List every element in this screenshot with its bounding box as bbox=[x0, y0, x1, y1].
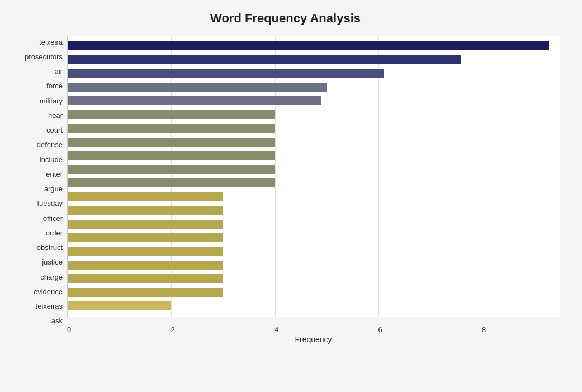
bar-row-force bbox=[68, 82, 560, 93]
bar-row-argue bbox=[68, 177, 560, 188]
bar-row-air bbox=[68, 68, 560, 79]
y-label-tuesday: tuesday bbox=[11, 197, 63, 210]
bar-hear bbox=[68, 110, 275, 119]
bar-row-teixeiras bbox=[68, 287, 560, 298]
bar-include bbox=[68, 151, 275, 160]
bar-force bbox=[68, 83, 327, 92]
bar-tuesday bbox=[68, 192, 223, 201]
bar-teixeira bbox=[68, 41, 549, 50]
bars-and-xaxis: 02468 Frequency bbox=[67, 36, 560, 344]
x-tick-0: 0 bbox=[67, 325, 71, 334]
y-label-obstruct: obstruct bbox=[11, 242, 63, 254]
x-tick-8: 8 bbox=[482, 325, 486, 334]
bar-row-court bbox=[68, 122, 560, 134]
bar-row-hear bbox=[68, 109, 560, 120]
x-tick-4: 4 bbox=[275, 325, 278, 334]
y-label-court: court bbox=[11, 124, 63, 136]
y-label-hear: hear bbox=[11, 109, 63, 121]
bar-argue bbox=[68, 178, 275, 187]
y-label-prosecutors: prosecutors bbox=[11, 50, 63, 63]
bar-evidence bbox=[68, 274, 223, 283]
bar-enter bbox=[68, 165, 275, 174]
bar-row-include bbox=[68, 150, 560, 161]
x-tick-6: 6 bbox=[378, 325, 382, 334]
bar-row-evidence bbox=[68, 273, 560, 284]
bar-row-prosecutors bbox=[68, 54, 560, 65]
y-label-air: air bbox=[11, 65, 63, 78]
bar-row-officer bbox=[68, 205, 560, 216]
bar-teixeiras bbox=[68, 288, 223, 297]
y-label-evidence: evidence bbox=[11, 285, 63, 297]
bar-row-justice bbox=[68, 246, 560, 257]
bar-military bbox=[68, 96, 321, 105]
y-label-teixeira: teixeira bbox=[11, 36, 63, 48]
y-label-enter: enter bbox=[11, 168, 63, 180]
bar-ask bbox=[68, 301, 171, 310]
bar-charge bbox=[68, 261, 223, 270]
y-label-order: order bbox=[11, 226, 63, 239]
x-axis: 02468 bbox=[67, 317, 560, 334]
bars-container bbox=[68, 36, 560, 317]
bar-defense bbox=[68, 138, 275, 147]
y-label-force: force bbox=[11, 80, 63, 92]
x-ticks: 02468 bbox=[67, 317, 560, 334]
bar-order bbox=[68, 220, 223, 229]
chart-area: teixeiraprosecutorsairforcemilitaryhearc… bbox=[11, 36, 560, 344]
y-label-include: include bbox=[11, 153, 63, 166]
y-label-argue: argue bbox=[11, 183, 63, 195]
bar-row-ask bbox=[68, 300, 560, 311]
x-tick-2: 2 bbox=[171, 325, 174, 334]
bar-row-enter bbox=[68, 164, 560, 175]
y-label-defense: defense bbox=[11, 139, 63, 151]
bar-prosecutors bbox=[68, 55, 461, 64]
y-label-teixeiras: teixeiras bbox=[11, 300, 63, 313]
y-labels: teixeiraprosecutorsairforcemilitaryhearc… bbox=[11, 36, 67, 344]
bars-grid bbox=[67, 36, 560, 317]
bar-air bbox=[68, 69, 384, 78]
bar-row-obstruct bbox=[68, 232, 560, 243]
y-label-charge: charge bbox=[11, 271, 63, 283]
bar-justice bbox=[68, 247, 223, 256]
bar-row-military bbox=[68, 95, 560, 106]
bar-obstruct bbox=[68, 233, 223, 242]
y-label-ask: ask bbox=[11, 315, 63, 327]
bar-officer bbox=[68, 206, 223, 215]
bar-row-tuesday bbox=[68, 191, 560, 202]
y-label-officer: officer bbox=[11, 212, 63, 224]
bar-row-order bbox=[68, 219, 560, 230]
bar-court bbox=[68, 124, 275, 133]
chart-container: Word Frequency Analysis teixeiraprosecut… bbox=[0, 0, 582, 392]
y-label-justice: justice bbox=[11, 256, 63, 268]
y-label-military: military bbox=[11, 95, 63, 107]
bar-row-teixeira bbox=[68, 40, 560, 51]
chart-title: Word Frequency Analysis bbox=[11, 11, 560, 26]
x-axis-label: Frequency bbox=[67, 335, 560, 344]
bar-row-defense bbox=[68, 136, 560, 148]
bar-row-charge bbox=[68, 259, 560, 271]
